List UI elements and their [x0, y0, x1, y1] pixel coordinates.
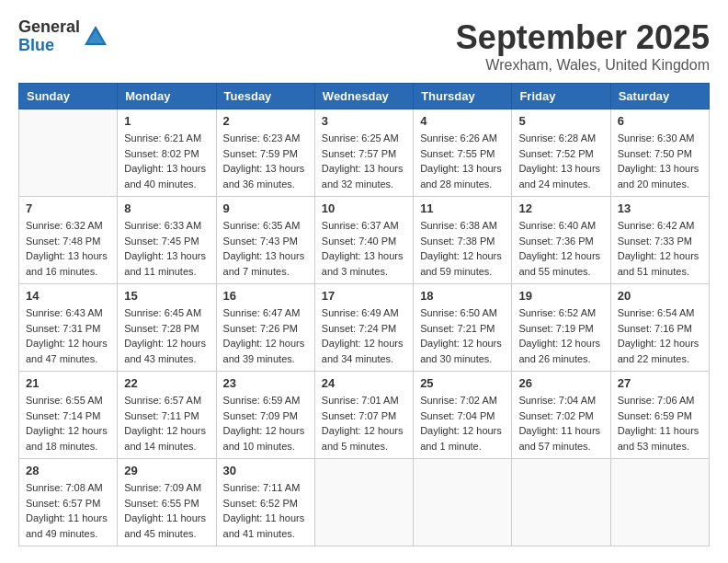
day-cell-4: 4Sunrise: 6:26 AM Sunset: 7:55 PM Daylig… [414, 109, 512, 197]
empty-cell [512, 459, 610, 546]
day-info: Sunrise: 6:26 AM Sunset: 7:55 PM Dayligh… [420, 131, 505, 191]
calendar-table: SundayMondayTuesdayWednesdayThursdayFrid… [18, 83, 710, 546]
day-number: 30 [223, 464, 308, 477]
day-number: 29 [124, 464, 209, 477]
month-title: September 2025 [456, 18, 710, 57]
day-number: 14 [26, 289, 110, 303]
day-cell-28: 28Sunrise: 7:08 AM Sunset: 6:57 PM Dayli… [19, 459, 118, 546]
day-number: 4 [420, 114, 505, 128]
day-info: Sunrise: 6:23 AM Sunset: 7:59 PM Dayligh… [223, 131, 308, 191]
day-number: 15 [124, 289, 209, 303]
day-cell-30: 30Sunrise: 7:11 AM Sunset: 6:52 PM Dayli… [216, 459, 314, 546]
day-info: Sunrise: 7:06 AM Sunset: 6:59 PM Dayligh… [618, 393, 702, 454]
day-cell-23: 23Sunrise: 6:59 AM Sunset: 7:09 PM Dayli… [216, 372, 314, 459]
day-cell-26: 26Sunrise: 7:04 AM Sunset: 7:02 PM Dayli… [512, 372, 610, 459]
day-info: Sunrise: 6:37 AM Sunset: 7:40 PM Dayligh… [322, 218, 406, 279]
col-header-thursday: Thursday [414, 84, 512, 109]
day-number: 5 [518, 114, 603, 128]
day-cell-18: 18Sunrise: 6:50 AM Sunset: 7:21 PM Dayli… [414, 284, 512, 372]
day-number: 11 [420, 201, 505, 215]
day-info: Sunrise: 6:49 AM Sunset: 7:24 PM Dayligh… [322, 305, 406, 366]
calendar-header-row: SundayMondayTuesdayWednesdayThursdayFrid… [19, 84, 710, 109]
day-info: Sunrise: 6:32 AM Sunset: 7:48 PM Dayligh… [26, 218, 110, 279]
day-info: Sunrise: 6:59 AM Sunset: 7:09 PM Dayligh… [223, 393, 308, 454]
logo-icon [82, 23, 109, 51]
day-number: 24 [322, 376, 406, 390]
day-info: Sunrise: 6:33 AM Sunset: 7:45 PM Dayligh… [124, 218, 209, 279]
day-info: Sunrise: 6:57 AM Sunset: 7:11 PM Dayligh… [124, 393, 209, 454]
day-cell-9: 9Sunrise: 6:35 AM Sunset: 7:43 PM Daylig… [216, 197, 314, 284]
day-cell-16: 16Sunrise: 6:47 AM Sunset: 7:26 PM Dayli… [216, 284, 314, 372]
day-cell-11: 11Sunrise: 6:38 AM Sunset: 7:38 PM Dayli… [414, 197, 512, 284]
day-info: Sunrise: 7:01 AM Sunset: 7:07 PM Dayligh… [322, 393, 406, 454]
day-info: Sunrise: 7:02 AM Sunset: 7:04 PM Dayligh… [420, 393, 505, 454]
day-info: Sunrise: 7:09 AM Sunset: 6:55 PM Dayligh… [124, 480, 209, 541]
day-cell-6: 6Sunrise: 6:30 AM Sunset: 7:50 PM Daylig… [610, 109, 709, 197]
day-cell-3: 3Sunrise: 6:25 AM Sunset: 7:57 PM Daylig… [314, 109, 413, 197]
day-number: 19 [518, 289, 603, 303]
day-info: Sunrise: 6:28 AM Sunset: 7:52 PM Dayligh… [518, 131, 603, 191]
day-cell-27: 27Sunrise: 7:06 AM Sunset: 6:59 PM Dayli… [610, 372, 709, 459]
day-number: 13 [618, 201, 702, 215]
day-cell-13: 13Sunrise: 6:42 AM Sunset: 7:33 PM Dayli… [610, 197, 709, 284]
day-number: 17 [322, 289, 406, 303]
day-info: Sunrise: 6:40 AM Sunset: 7:36 PM Dayligh… [518, 218, 603, 279]
day-number: 21 [26, 376, 110, 390]
day-info: Sunrise: 6:52 AM Sunset: 7:19 PM Dayligh… [518, 305, 603, 366]
empty-cell [19, 109, 118, 197]
day-number: 27 [618, 376, 702, 390]
day-number: 26 [518, 376, 603, 390]
col-header-monday: Monday [118, 84, 216, 109]
day-info: Sunrise: 6:30 AM Sunset: 7:50 PM Dayligh… [618, 131, 702, 191]
day-cell-24: 24Sunrise: 7:01 AM Sunset: 7:07 PM Dayli… [314, 372, 413, 459]
title-block: September 2025 Wrexham, Wales, United Ki… [456, 18, 710, 74]
col-header-saturday: Saturday [610, 84, 709, 109]
day-number: 16 [223, 289, 308, 303]
day-info: Sunrise: 6:50 AM Sunset: 7:21 PM Dayligh… [420, 305, 505, 366]
day-number: 23 [223, 376, 308, 390]
day-info: Sunrise: 6:55 AM Sunset: 7:14 PM Dayligh… [26, 393, 110, 454]
page-header: General Blue September 2025 Wrexham, Wal… [18, 18, 710, 74]
empty-cell [610, 459, 709, 546]
day-cell-20: 20Sunrise: 6:54 AM Sunset: 7:16 PM Dayli… [610, 284, 709, 372]
day-cell-19: 19Sunrise: 6:52 AM Sunset: 7:19 PM Dayli… [512, 284, 610, 372]
day-info: Sunrise: 7:08 AM Sunset: 6:57 PM Dayligh… [26, 480, 110, 541]
week-row-4: 21Sunrise: 6:55 AM Sunset: 7:14 PM Dayli… [19, 372, 710, 459]
week-row-3: 14Sunrise: 6:43 AM Sunset: 7:31 PM Dayli… [19, 284, 710, 372]
day-info: Sunrise: 6:38 AM Sunset: 7:38 PM Dayligh… [420, 218, 505, 279]
day-info: Sunrise: 6:54 AM Sunset: 7:16 PM Dayligh… [618, 305, 702, 366]
day-cell-1: 1Sunrise: 6:21 AM Sunset: 8:02 PM Daylig… [118, 109, 216, 197]
week-row-1: 1Sunrise: 6:21 AM Sunset: 8:02 PM Daylig… [19, 109, 710, 197]
day-info: Sunrise: 6:45 AM Sunset: 7:28 PM Dayligh… [124, 305, 209, 366]
day-cell-7: 7Sunrise: 6:32 AM Sunset: 7:48 PM Daylig… [19, 197, 118, 284]
day-number: 7 [26, 201, 110, 215]
week-row-2: 7Sunrise: 6:32 AM Sunset: 7:48 PM Daylig… [19, 197, 710, 284]
day-cell-29: 29Sunrise: 7:09 AM Sunset: 6:55 PM Dayli… [118, 459, 216, 546]
day-number: 18 [420, 289, 505, 303]
day-cell-17: 17Sunrise: 6:49 AM Sunset: 7:24 PM Dayli… [314, 284, 413, 372]
day-cell-22: 22Sunrise: 6:57 AM Sunset: 7:11 PM Dayli… [118, 372, 216, 459]
day-info: Sunrise: 6:43 AM Sunset: 7:31 PM Dayligh… [26, 305, 110, 366]
day-number: 8 [124, 201, 209, 215]
col-header-wednesday: Wednesday [314, 84, 413, 109]
day-number: 1 [124, 114, 209, 128]
day-cell-2: 2Sunrise: 6:23 AM Sunset: 7:59 PM Daylig… [216, 109, 314, 197]
day-info: Sunrise: 7:04 AM Sunset: 7:02 PM Dayligh… [518, 393, 603, 454]
day-cell-5: 5Sunrise: 6:28 AM Sunset: 7:52 PM Daylig… [512, 109, 610, 197]
day-number: 6 [618, 114, 702, 128]
logo-general: General [18, 18, 80, 37]
day-cell-25: 25Sunrise: 7:02 AM Sunset: 7:04 PM Dayli… [414, 372, 512, 459]
day-number: 28 [26, 464, 110, 477]
day-number: 9 [223, 201, 308, 215]
day-number: 10 [322, 201, 406, 215]
col-header-friday: Friday [512, 84, 610, 109]
day-cell-14: 14Sunrise: 6:43 AM Sunset: 7:31 PM Dayli… [19, 284, 118, 372]
day-cell-12: 12Sunrise: 6:40 AM Sunset: 7:36 PM Dayli… [512, 197, 610, 284]
day-number: 20 [618, 289, 702, 303]
day-number: 3 [322, 114, 406, 128]
day-info: Sunrise: 6:42 AM Sunset: 7:33 PM Dayligh… [618, 218, 702, 279]
week-row-5: 28Sunrise: 7:08 AM Sunset: 6:57 PM Dayli… [19, 459, 710, 546]
logo: General Blue [18, 18, 109, 55]
day-number: 12 [518, 201, 603, 215]
day-number: 22 [124, 376, 209, 390]
